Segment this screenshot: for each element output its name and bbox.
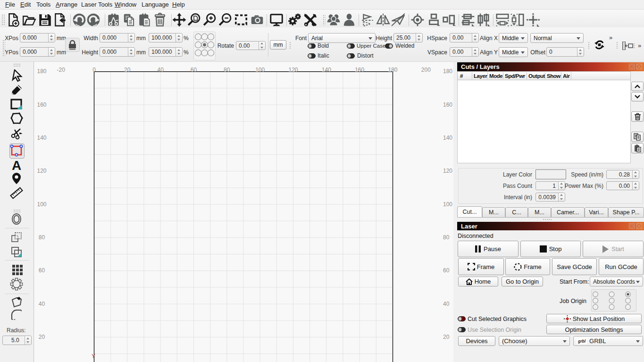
svg-text:100: 100 bbox=[255, 67, 265, 73]
svg-text:180: 180 bbox=[388, 67, 397, 73]
svg-text:140: 140 bbox=[443, 135, 452, 141]
svg-text:120: 120 bbox=[37, 168, 46, 174]
svg-text:160: 160 bbox=[355, 67, 364, 73]
svg-text:100: 100 bbox=[443, 201, 452, 208]
svg-text:180: 180 bbox=[37, 68, 46, 75]
svg-text:200: 200 bbox=[421, 67, 431, 73]
svg-text:40: 40 bbox=[443, 301, 450, 307]
svg-text:-20: -20 bbox=[57, 67, 66, 73]
svg-text:A: A bbox=[12, 159, 21, 172]
svg-text:80: 80 bbox=[39, 234, 45, 241]
svg-text:100: 100 bbox=[37, 201, 46, 208]
svg-text:180: 180 bbox=[443, 68, 452, 75]
svg-text:160: 160 bbox=[37, 101, 46, 108]
svg-text:80: 80 bbox=[224, 67, 230, 73]
svg-text:Y: Y bbox=[92, 353, 95, 360]
svg-text:60: 60 bbox=[39, 267, 45, 274]
svg-text:140: 140 bbox=[322, 67, 331, 73]
svg-text:120: 120 bbox=[443, 168, 452, 174]
svg-text:20: 20 bbox=[443, 334, 450, 340]
svg-text:40: 40 bbox=[158, 67, 164, 73]
svg-text:20: 20 bbox=[39, 334, 45, 340]
svg-text:60: 60 bbox=[443, 267, 450, 274]
svg-text:0: 0 bbox=[92, 67, 96, 73]
svg-text:40: 40 bbox=[39, 301, 45, 307]
svg-text:60: 60 bbox=[191, 67, 197, 73]
svg-text:120: 120 bbox=[288, 67, 298, 73]
svg-text:140: 140 bbox=[37, 135, 46, 141]
svg-text:20: 20 bbox=[124, 67, 131, 73]
svg-text:80: 80 bbox=[443, 234, 450, 241]
svg-text:160: 160 bbox=[443, 101, 452, 108]
